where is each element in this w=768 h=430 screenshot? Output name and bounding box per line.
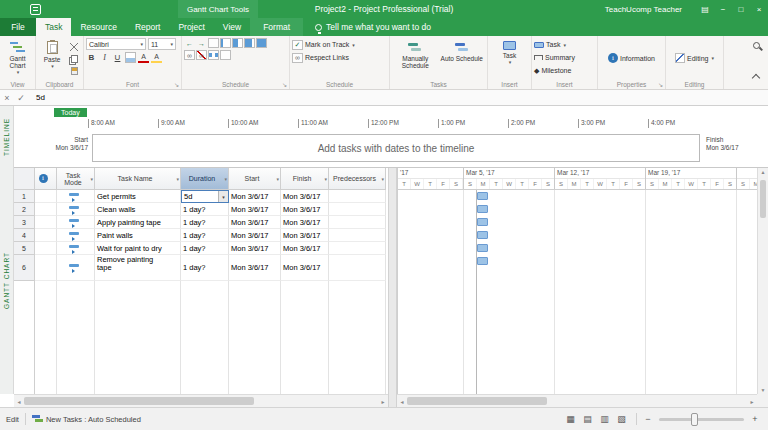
zoom-slider[interactable] (659, 418, 744, 421)
vertical-scroll-thumb[interactable] (760, 180, 766, 218)
task-name-cell[interactable]: Get permits (95, 190, 181, 203)
format-painter-button[interactable] (68, 65, 80, 76)
tab-project[interactable]: Project (169, 18, 213, 36)
tab-resource[interactable]: Resource (71, 18, 125, 36)
duration-dropdown-button[interactable]: ▾ (218, 191, 228, 202)
table-scroll-thumb[interactable] (24, 397, 254, 405)
task-usage-view-shortcut-icon[interactable]: ▤ (580, 412, 595, 427)
percent-100-button[interactable] (256, 38, 267, 48)
task-mode-cell[interactable] (57, 203, 95, 216)
insert-task-small-button[interactable]: Task ▾ (534, 38, 595, 51)
gantt-view-shortcut-icon[interactable]: ▦ (563, 412, 578, 427)
cancel-entry-icon[interactable]: × (0, 93, 14, 103)
timeline-strip[interactable]: TIMELINE (0, 106, 14, 168)
duration-cell[interactable]: 1 day? (181, 255, 229, 281)
task-bar[interactable] (477, 218, 488, 226)
tab-task[interactable]: Task (36, 18, 71, 36)
signed-in-user[interactable]: TeachUcomp Teacher (605, 0, 682, 18)
manually-schedule-button[interactable]: Manually Schedule (392, 38, 439, 78)
information-button[interactable]: i Information (600, 38, 663, 78)
info-cell[interactable] (35, 229, 57, 242)
insert-task-button[interactable]: Task ▾ (490, 38, 529, 78)
zoom-in-button[interactable]: + (750, 414, 760, 424)
timeline-add-tasks-box[interactable]: Add tasks with dates to the timeline (92, 134, 700, 162)
info-cell[interactable] (35, 190, 57, 203)
predecessors-cell[interactable] (329, 216, 386, 229)
start-cell[interactable]: Mon 3/6/17 (229, 255, 281, 281)
column-header-duration[interactable]: Duration▾ (181, 168, 229, 190)
percent-0-button[interactable] (208, 38, 219, 48)
scroll-left-icon[interactable]: ◂ (397, 398, 407, 405)
auto-schedule-button[interactable]: Auto Schedule (439, 38, 486, 78)
tell-me-box[interactable]: Tell me what you want to do (315, 18, 431, 36)
resource-sheet-view-shortcut-icon[interactable]: ▧ (614, 412, 629, 427)
new-tasks-status[interactable]: New Tasks : Auto Scheduled (46, 415, 141, 424)
row-number[interactable]: 2 (14, 203, 35, 216)
quick-access-toolbar-icon[interactable] (30, 4, 41, 15)
info-cell[interactable] (35, 255, 57, 281)
task-name-cell[interactable]: Wait for paint to dry (95, 242, 181, 255)
close-icon[interactable]: × (750, 0, 768, 18)
duration-cell[interactable]: 1 day? (181, 242, 229, 255)
duration-cell[interactable]: 1 day? (181, 216, 229, 229)
start-cell[interactable]: Mon 3/6/17 (229, 216, 281, 229)
gantt-chart-strip[interactable]: GANTT CHART (0, 168, 14, 394)
duration-cell[interactable]: 1 day? (181, 229, 229, 242)
row-number[interactable]: 6 (14, 255, 35, 281)
scroll-down-icon[interactable]: ▼ (758, 387, 768, 393)
task-bar[interactable] (477, 257, 488, 265)
task-bar[interactable] (477, 244, 488, 252)
task-name-cell[interactable]: Paint walls (95, 229, 181, 242)
predecessors-cell[interactable] (329, 229, 386, 242)
background-color-button[interactable] (125, 52, 136, 63)
split-task-button[interactable] (208, 50, 219, 60)
chart-horizontal-scrollbar[interactable]: ◂ ▸ (397, 394, 757, 407)
paste-button[interactable]: Paste ▾ (38, 38, 66, 78)
highlight-color-button[interactable]: A (151, 52, 162, 63)
predecessors-cell[interactable] (329, 242, 386, 255)
finish-cell[interactable]: Mon 3/6/17 (281, 229, 329, 242)
font-color-button[interactable]: A (138, 52, 149, 63)
predecessors-cell[interactable] (329, 190, 386, 203)
predecessors-cell[interactable] (329, 255, 386, 281)
cut-button[interactable] (68, 41, 80, 52)
task-name-cell[interactable]: Remove painting tape (95, 255, 181, 281)
duration-cell[interactable]: 5d▾ (181, 190, 229, 203)
team-planner-view-shortcut-icon[interactable]: ▥ (597, 412, 612, 427)
task-bar[interactable] (477, 192, 488, 200)
column-header-finish[interactable]: Finish▾ (281, 168, 329, 190)
finish-cell[interactable]: Mon 3/6/17 (281, 242, 329, 255)
start-cell[interactable]: Mon 3/6/17 (229, 229, 281, 242)
select-all-corner[interactable] (14, 168, 35, 190)
font-name-select[interactable]: Calibri▾ (86, 38, 146, 50)
start-cell[interactable]: Mon 3/6/17 (229, 203, 281, 216)
pane-splitter[interactable] (388, 168, 397, 407)
task-bar[interactable] (477, 231, 488, 239)
indent-task-button[interactable]: → (196, 38, 207, 48)
info-cell[interactable] (35, 203, 57, 216)
timeline-pane[interactable]: Today 8:00 AM9:00 AM10:00 AM11:00 AM12:0… (14, 106, 768, 168)
task-name-cell[interactable]: Clean walls (95, 203, 181, 216)
gantt-chart-area[interactable]: '17TWTFSMar 5, '17SMTWTFSMar 12, '17SMTW… (397, 168, 757, 394)
task-mode-cell[interactable] (57, 242, 95, 255)
inactivate-button[interactable] (220, 50, 231, 60)
minimize-icon[interactable]: − (714, 0, 732, 18)
task-name-cell[interactable]: Apply painting tape (95, 216, 181, 229)
scroll-right-icon[interactable]: ▸ (747, 398, 757, 405)
finish-cell[interactable]: Mon 3/6/17 (281, 216, 329, 229)
row-number[interactable]: 5 (14, 242, 35, 255)
finish-cell[interactable]: Mon 3/6/17 (281, 203, 329, 216)
copy-button[interactable] (68, 53, 80, 64)
scroll-up-icon[interactable]: ▲ (758, 169, 768, 175)
row-number[interactable]: 4 (14, 229, 35, 242)
link-tasks-button[interactable]: ∞ (184, 50, 195, 60)
percent-75-button[interactable] (244, 38, 255, 48)
entry-bar-value[interactable]: 5d (36, 93, 45, 102)
start-cell[interactable]: Mon 3/6/17 (229, 190, 281, 203)
unlink-tasks-button[interactable]: ∞ (196, 50, 207, 60)
tab-report[interactable]: Report (126, 18, 170, 36)
tab-view[interactable]: View (214, 18, 250, 36)
scroll-left-icon[interactable]: ◂ (14, 398, 24, 405)
search-icon[interactable] (753, 42, 760, 49)
gantt-chart-button[interactable]: Gantt Chart ▾ (2, 38, 33, 78)
